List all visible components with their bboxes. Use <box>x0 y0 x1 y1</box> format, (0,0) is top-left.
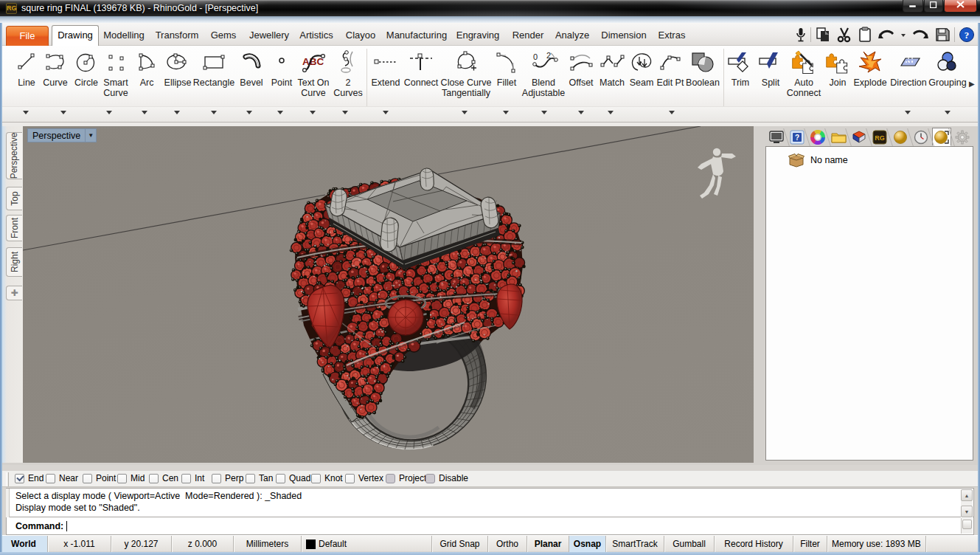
svg-text:RG: RG <box>875 134 885 142</box>
svg-text:?: ? <box>795 133 799 141</box>
svg-text:?: ? <box>965 30 970 41</box>
svg-text:0: 0 <box>533 52 538 61</box>
